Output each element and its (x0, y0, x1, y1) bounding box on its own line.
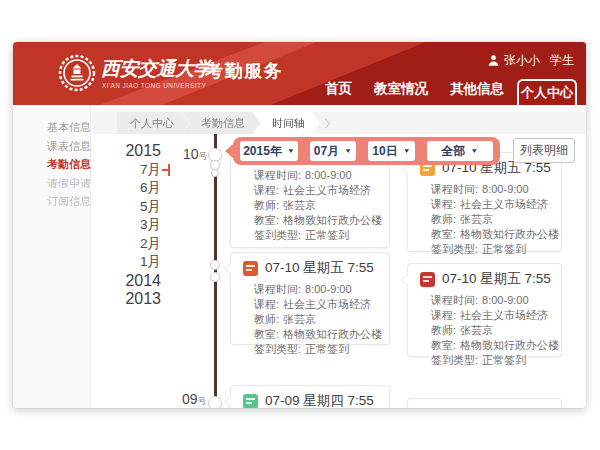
scale-2014[interactable]: 2014 (60, 272, 161, 291)
attendance-card: 07-10 星期五 7:55 课程时间:8:00-9:00 课程:社会主义市场经… (407, 152, 562, 252)
classroom: 格物致知行政办公楼 (283, 213, 382, 228)
university-name-en: XI'AN JIAO TONG UNIVERSITY (102, 82, 206, 89)
scale-january[interactable]: 1月 (60, 253, 161, 272)
card-date: 07-10 星期五 7:55 (265, 259, 374, 277)
app-title: 考勤服务 (205, 59, 283, 83)
card-arrow (401, 274, 412, 285)
scope-dropdown[interactable]: 全部 ▼ (427, 141, 493, 161)
current-month-marker (168, 164, 170, 176)
timeline-node (211, 169, 219, 177)
breadcrumb-timeline[interactable]: 时间轴 (253, 112, 320, 134)
course-time: 8:00-9:00 (482, 293, 528, 308)
main-nav: 首页 教室情况 其他信息 (325, 80, 504, 98)
teacher-name: 张芸京 (283, 312, 316, 327)
sign-type: 正常签到 (305, 228, 349, 243)
scale-july[interactable]: 7月 (60, 161, 161, 180)
chevron-down-icon: ▼ (287, 147, 295, 154)
scale-june[interactable]: 6月 (60, 179, 161, 198)
sign-type: 正常签到 (482, 242, 526, 257)
sidebar-item-basic-info[interactable]: 基本信息 (13, 118, 90, 137)
card-arrow (224, 263, 235, 274)
nav-item-home[interactable]: 首页 (325, 80, 352, 98)
nav-tab-personal-center[interactable]: 个人中心 (517, 79, 577, 105)
day-label-09: 09号 (182, 391, 207, 408)
course-time: 8:00-9:00 (482, 182, 528, 197)
timeline-node (210, 272, 220, 282)
attendance-card-partial (407, 398, 562, 408)
calendar-icon (243, 394, 258, 409)
chevron-down-icon: ▼ (403, 147, 411, 154)
day-dropdown[interactable]: 10日 ▼ (368, 141, 415, 161)
course-time: 8:00-9:00 (305, 282, 351, 297)
course-name: 社会主义市场经济 (460, 308, 548, 323)
teacher-name: 张芸京 (460, 323, 493, 338)
course-name: 社会主义市场经济 (460, 197, 548, 212)
breadcrumb-personal-center[interactable]: 个人中心 (117, 112, 189, 134)
person-icon (487, 54, 500, 67)
scale-2013[interactable]: 2013 (60, 290, 161, 309)
scale-march[interactable]: 3月 (60, 216, 161, 235)
header: 西安交通大学 XI'AN JIAO TONG UNIVERSITY 考勤服务 张… (13, 42, 586, 105)
nav-item-other-info[interactable]: 其他信息 (450, 80, 504, 98)
sign-type: 正常签到 (305, 342, 349, 357)
classroom: 格物致知行政办公楼 (460, 227, 559, 242)
teacher-name: 张芸京 (460, 212, 493, 227)
card-date: 07-10 星期五 7:55 (442, 270, 551, 288)
course-name: 社会主义市场经济 (283, 297, 371, 312)
chevron-down-icon: ▼ (471, 147, 479, 154)
nav-item-classrooms[interactable]: 教室情况 (374, 80, 428, 98)
scale-february[interactable]: 2月 (60, 235, 161, 254)
chevron-down-icon: ▼ (344, 147, 352, 154)
timeline-scale: 2015 7月 6月 5月 3月 2月 1月 2014 2013 (60, 142, 161, 309)
attendance-card: 07-09 星期四 7:55 (230, 385, 390, 408)
university-name-cn: 西安交通大学 (101, 56, 212, 82)
year-dropdown[interactable]: 2015年 ▼ (240, 141, 298, 161)
scale-may[interactable]: 5月 (60, 198, 161, 217)
list-detail-button[interactable]: 列表明细 (513, 138, 575, 163)
breadcrumb: 个人中心 考勤信息 时间轴 (92, 112, 586, 134)
calendar-icon (243, 261, 258, 276)
attendance-card: 07-10 星期五 7:55 课程时间:8:00-9:00 课程:社会主义市场经… (230, 252, 390, 345)
calendar-icon (420, 272, 435, 287)
chevron-right-icon (321, 118, 331, 128)
classroom: 格物致知行政办公楼 (460, 338, 559, 353)
timeline-node (208, 396, 222, 408)
course-time: 8:00-9:00 (305, 168, 351, 183)
scale-2015[interactable]: 2015 (60, 142, 161, 161)
user-role: 学生 (550, 52, 574, 69)
card-date: 07-09 星期四 7:55 (265, 392, 374, 408)
breadcrumb-attendance-info[interactable]: 考勤信息 (182, 112, 260, 134)
sign-type: 正常签到 (482, 353, 526, 368)
timeline-node (210, 260, 220, 270)
month-dropdown[interactable]: 07月 ▼ (310, 141, 356, 161)
user-name: 张小小 (504, 52, 540, 69)
university-emblem-icon (58, 54, 96, 92)
card-arrow (224, 396, 235, 407)
classroom: 格物致知行政办公楼 (283, 327, 382, 342)
app-window: 西安交通大学 XI'AN JIAO TONG UNIVERSITY 考勤服务 张… (13, 42, 586, 408)
teacher-name: 张芸京 (283, 198, 316, 213)
date-filter-bar: 2015年 ▼ 07月 ▼ 10日 ▼ 全部 ▼ (233, 137, 500, 165)
course-name: 社会主义市场经济 (283, 183, 371, 198)
attendance-card: 07-10 星期五 7:55 课程时间:8:00-9:00 课程:社会主义市场经… (407, 263, 562, 357)
card-arrow (401, 163, 412, 174)
user-info[interactable]: 张小小 学生 (487, 52, 574, 69)
day-label-10: 10号 (183, 146, 208, 163)
